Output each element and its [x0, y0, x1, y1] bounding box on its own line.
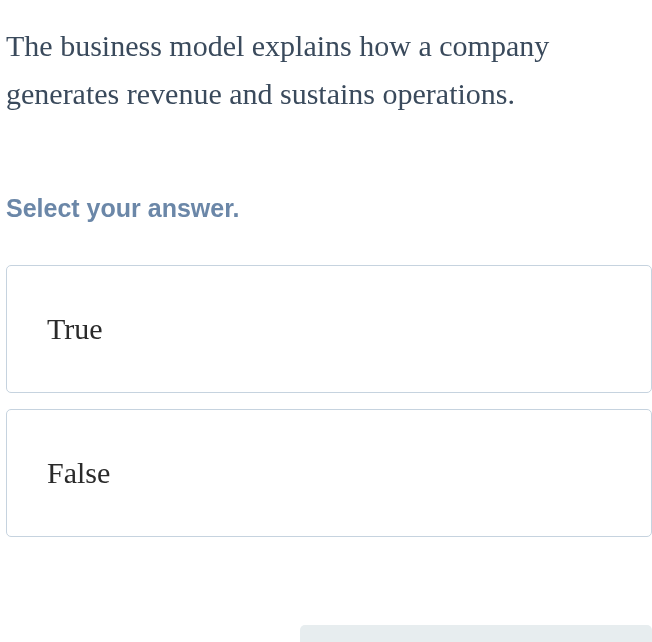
question-text: The business model explains how a compan… [0, 0, 652, 118]
instruction-text: Select your answer. [0, 118, 652, 223]
options-container: True False [0, 265, 652, 537]
option-label: False [47, 456, 110, 489]
option-label: True [47, 312, 103, 345]
option-true[interactable]: True [6, 265, 652, 393]
bottom-panel [300, 625, 652, 642]
option-false[interactable]: False [6, 409, 652, 537]
